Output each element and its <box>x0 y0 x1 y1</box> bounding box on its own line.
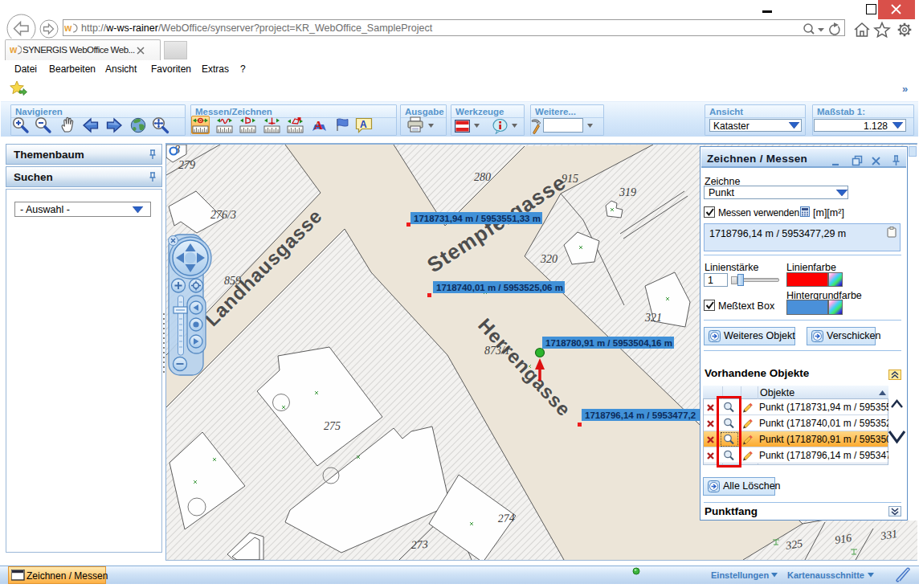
svg-text:1718796,14 m / 5953477,2: 1718796,14 m / 5953477,2 <box>585 410 696 420</box>
svg-text:A: A <box>314 119 323 132</box>
svg-text:A: A <box>360 119 367 130</box>
svg-text:280: 280 <box>474 171 491 183</box>
svg-text:1718740,01 m / 5953525,06 m: 1718740,01 m / 5953525,06 m <box>436 283 563 292</box>
svg-text:274: 274 <box>497 512 515 525</box>
svg-text:319: 319 <box>619 186 636 198</box>
svg-text:279: 279 <box>178 159 195 171</box>
svg-text:276/3: 276/3 <box>210 209 236 221</box>
svg-text:w: w <box>64 22 72 34</box>
svg-text:w: w <box>10 44 18 55</box>
svg-text:273: 273 <box>410 538 428 551</box>
svg-text:915: 915 <box>562 173 578 185</box>
svg-text:321: 321 <box>644 312 662 324</box>
svg-text:320: 320 <box>540 253 558 265</box>
svg-text:1718731,94 m / 5953551,33 m: 1718731,94 m / 5953551,33 m <box>414 214 541 223</box>
svg-text:1718780,91 m / 5953504,16 m: 1718780,91 m / 5953504,16 m <box>545 338 672 348</box>
svg-text:873/1: 873/1 <box>484 345 510 357</box>
svg-text:859: 859 <box>224 275 241 287</box>
svg-text:275: 275 <box>324 420 341 432</box>
